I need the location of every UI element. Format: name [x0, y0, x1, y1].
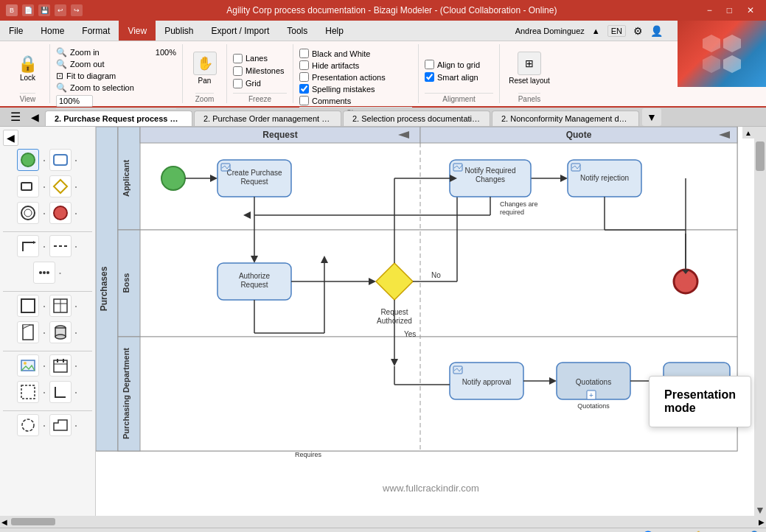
menu-tools[interactable]: Tools [278, 21, 316, 41]
tool-small-rect[interactable] [17, 175, 39, 197]
tool-red-circle[interactable] [49, 202, 72, 224]
spelling-mistakes-checkbox[interactable] [299, 84, 309, 94]
canvas-area[interactable]: ▲ Purchases Applicant Boss Purchasing De… [96, 127, 766, 516]
zoom-selection-label[interactable]: Zoom to selection [70, 83, 134, 92]
scroll-up-button[interactable]: ▲ [742, 127, 754, 139]
tab-back-button[interactable]: ◀ [27, 110, 43, 125]
comments-row[interactable]: Comments [299, 96, 412, 105]
hide-artifacts-row[interactable]: Hide artifacts [299, 60, 412, 70]
collapse-panel-button[interactable]: ◀ [3, 130, 18, 146]
quote-column-label: Quote [566, 130, 592, 140]
scrollbar-thumb[interactable] [756, 141, 765, 171]
lanes-checkbox[interactable] [233, 54, 243, 63]
zoom-input-row [56, 95, 176, 107]
svg-rect-26 [21, 385, 35, 399]
menu-home[interactable]: Home [32, 21, 73, 41]
show-controls: Black and White Hide artifacts Presentat… [299, 44, 412, 105]
quotations-label: Quotations [576, 378, 611, 386]
spelling-mistakes-row[interactable]: Spelling mistakes [299, 84, 412, 94]
user-icon[interactable]: 👤 [650, 25, 663, 37]
grid-checkbox[interactable] [233, 79, 243, 88]
align-to-grid-row[interactable]: Align to grid [425, 60, 493, 69]
zoom-in-row[interactable]: 🔍 Zoom in 100% [56, 47, 176, 57]
menu-view[interactable]: View [119, 21, 156, 41]
menu-help[interactable]: Help [316, 21, 352, 41]
tool-page[interactable] [17, 321, 39, 343]
presentation-mode-text: Presentationmode [664, 388, 736, 414]
tool-cylinder[interactable] [49, 321, 72, 343]
tool-double-circle[interactable] [17, 202, 39, 224]
zoom-out-label[interactable]: Zoom out [70, 60, 104, 69]
maximize-button[interactable]: □ [721, 5, 738, 15]
tool-extra-2[interactable] [49, 414, 72, 436]
pan-button[interactable]: ✋ Pan [190, 44, 220, 91]
fit-to-diagram-row[interactable]: ⊡ Fit to diagram [56, 71, 176, 81]
tool-image[interactable] [17, 354, 39, 377]
tool-table[interactable] [49, 295, 72, 317]
tool-square-outline[interactable] [17, 295, 39, 317]
grid-checkbox-row[interactable]: Grid [233, 79, 287, 88]
tab-selection[interactable]: 2. Selection process documentation [343, 111, 490, 126]
zoom-out-row[interactable]: 🔍 Zoom out [56, 59, 176, 69]
tool-rounded-rect[interactable] [49, 149, 72, 171]
close-button[interactable]: ✕ [741, 5, 760, 15]
main-area: ◀ · · · · · [0, 127, 766, 516]
scroll-left-button[interactable]: ◀ [1, 518, 7, 526]
app-icon-4: ↩ [55, 4, 66, 16]
minimize-button[interactable]: − [701, 5, 718, 15]
language-selector[interactable]: EN [607, 25, 626, 37]
horizontal-scrollbar[interactable]: ◀ ▶ [0, 516, 766, 528]
requires-approval-label: Requires [295, 451, 322, 458]
black-white-checkbox[interactable] [299, 49, 309, 58]
start-event[interactable] [161, 167, 185, 190]
menu-file[interactable]: File [0, 21, 32, 41]
diagram-canvas[interactable]: Purchases Applicant Boss Purchasing Depa… [96, 127, 745, 458]
tool-dashed-rect[interactable] [17, 381, 39, 403]
scroll-thumb[interactable] [11, 518, 55, 525]
smart-align-row[interactable]: Smart align [425, 72, 493, 82]
menu-export-import[interactable]: Export / Import [203, 21, 279, 41]
fit-label[interactable]: Fit to diagram [66, 71, 116, 80]
tab-purchase-request[interactable]: 2. Purchase Request process documentatio… [45, 111, 192, 126]
scroll-right-button[interactable]: ▶ [759, 518, 765, 526]
tool-dashed-line[interactable] [49, 235, 72, 257]
expand-icon[interactable]: ▲ [592, 27, 600, 35]
menu-format[interactable]: Format [73, 21, 119, 41]
settings-icon[interactable]: ⚙ [633, 25, 643, 37]
black-white-row[interactable]: Black and White [299, 49, 412, 58]
lanes-checkbox-row[interactable]: Lanes [233, 54, 287, 63]
tool-extra-1[interactable] [17, 414, 39, 436]
lock-button[interactable]: 🔒 Lock [15, 44, 41, 91]
zoom-to-selection-row[interactable]: 🔍 Zoom to selection [56, 83, 176, 93]
tab-overflow-button[interactable]: ▼ [642, 108, 661, 126]
tool-calendar[interactable] [49, 354, 72, 377]
tabs-menu-icon[interactable]: ☰ [6, 108, 25, 125]
zoom-input[interactable] [56, 95, 93, 107]
milestones-checkbox-row[interactable]: Milestones [233, 66, 287, 76]
presentation-actions-checkbox[interactable] [299, 72, 309, 82]
smart-align-checkbox[interactable] [425, 72, 434, 82]
ribbon-group-highlight: Align to grid Smart align Alignment [419, 44, 500, 103]
zoom-in-label[interactable]: Zoom in [70, 48, 100, 57]
tool-l-shape[interactable] [49, 381, 72, 403]
tool-corner-path[interactable] [17, 235, 39, 257]
tab-nonconformity[interactable]: 2. Nonconformity Management documentatio… [492, 111, 639, 126]
comments-checkbox[interactable] [299, 96, 309, 105]
svg-point-10 [43, 271, 46, 274]
reset-layout-button[interactable]: ⊞ Reset layout [506, 44, 553, 91]
window-controls[interactable]: − □ ✕ [701, 5, 760, 15]
milestones-checkbox[interactable] [233, 66, 243, 76]
scroll-down-arrow[interactable]: ▼ [755, 504, 765, 516]
tool-green-oval[interactable] [17, 149, 39, 171]
lock-label: Lock [20, 74, 35, 82]
menu-publish[interactable]: Publish [156, 21, 202, 41]
hide-artifacts-checkbox[interactable] [299, 60, 309, 70]
align-to-grid-checkbox[interactable] [425, 60, 434, 69]
presentation-actions-row[interactable]: Presentation actions [299, 72, 412, 82]
tool-dots[interactable] [33, 262, 55, 284]
app-icon-2: 📄 [22, 4, 34, 16]
vertical-scrollbar[interactable]: ▼ [754, 127, 766, 516]
lock-icon: 🔒 [18, 55, 38, 74]
tab-purchase-order[interactable]: 2. Purchase Order management documentati… [194, 111, 341, 126]
tool-diamond[interactable] [49, 175, 72, 197]
